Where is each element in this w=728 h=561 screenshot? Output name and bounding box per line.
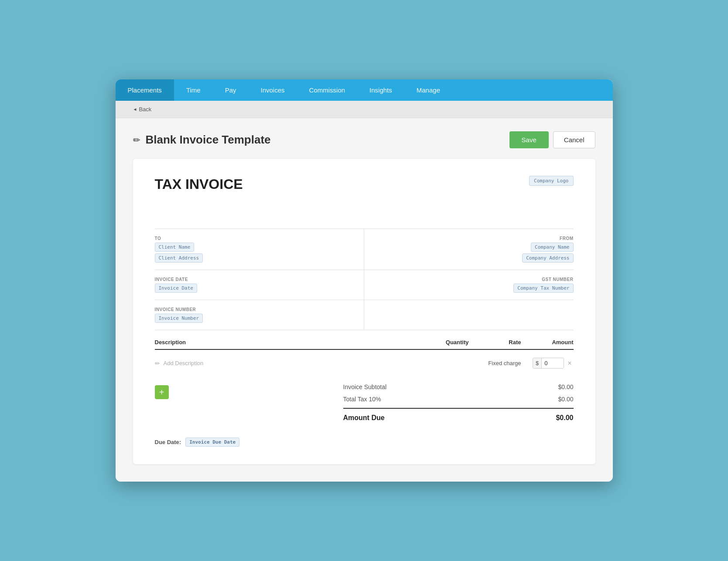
pencil-icon: ✏ bbox=[155, 360, 160, 367]
invoice-number-column: INVOICE NUMBER Invoice Number bbox=[155, 300, 364, 330]
due-date-label: Due Date: bbox=[155, 439, 181, 445]
invoice-date-label: INVOICE DATE bbox=[155, 277, 364, 282]
dollar-sign: $ bbox=[533, 358, 542, 368]
due-date-row: Due Date: Invoice Due Date bbox=[155, 438, 574, 447]
amount-input[interactable] bbox=[542, 358, 564, 368]
line-items-header: Description Quantity Rate Amount bbox=[155, 339, 574, 350]
invoice-card: TAX INVOICE Company Logo TO Client Name … bbox=[133, 159, 595, 464]
amount-due-value: $0.00 bbox=[556, 414, 573, 422]
page-content: ✏ Blank Invoice Template Save Cancel TAX… bbox=[116, 118, 613, 482]
col-rate-header: Rate bbox=[469, 339, 521, 345]
add-description-text[interactable]: Add Description bbox=[164, 360, 204, 366]
app-window: Placements Time Pay Invoices Commission … bbox=[116, 79, 613, 482]
nav-item-commission[interactable]: Commission bbox=[297, 79, 358, 101]
line-items-table: Description Quantity Rate Amount ✏ Add D… bbox=[155, 339, 574, 372]
totals-section: Invoice Subtotal $0.00 Total Tax 10% $0.… bbox=[343, 381, 574, 424]
col-amount-header: Amount bbox=[521, 339, 574, 345]
amount-cell: $ × bbox=[521, 358, 574, 369]
page-title: Blank Invoice Template bbox=[146, 133, 271, 147]
amount-due-label: Amount Due bbox=[343, 414, 385, 422]
save-button[interactable]: Save bbox=[509, 131, 549, 148]
to-column: TO Client Name Client Address bbox=[155, 229, 364, 270]
company-address-badge: Company Address bbox=[522, 253, 573, 263]
invoice-date-badge: Invoice Date bbox=[155, 284, 197, 293]
client-address-badge: Client Address bbox=[155, 253, 203, 263]
invoice-number-section: INVOICE NUMBER Invoice Number bbox=[155, 300, 574, 330]
description-cell: ✏ Add Description bbox=[155, 360, 399, 367]
back-bar: Back bbox=[116, 101, 613, 118]
page-title-row: ✏ Blank Invoice Template bbox=[133, 133, 271, 147]
tax-label: Total Tax 10% bbox=[343, 396, 381, 403]
rate-cell: Fixed charge bbox=[469, 360, 521, 366]
cancel-button[interactable]: Cancel bbox=[553, 131, 595, 148]
nav-item-manage[interactable]: Manage bbox=[404, 79, 452, 101]
amount-input-wrap: $ bbox=[533, 358, 564, 369]
from-label: FROM bbox=[373, 236, 574, 241]
to-from-section: TO Client Name Client Address FROM Compa… bbox=[155, 229, 574, 270]
invoice-number-badge: Invoice Number bbox=[155, 314, 203, 323]
remove-line-item-button[interactable]: × bbox=[566, 359, 573, 367]
navigation: Placements Time Pay Invoices Commission … bbox=[116, 79, 613, 101]
invoice-number-right bbox=[364, 300, 574, 330]
invoice-due-date-badge: Invoice Due Date bbox=[185, 438, 239, 447]
gst-label: GST NUMBER bbox=[373, 277, 574, 282]
line-item-row: ✏ Add Description Fixed charge $ × bbox=[155, 354, 574, 372]
subtotal-label: Invoice Subtotal bbox=[343, 383, 387, 390]
back-link[interactable]: Back bbox=[133, 106, 595, 113]
lower-section: + Invoice Subtotal $0.00 Total Tax 10% $… bbox=[155, 381, 574, 424]
tax-value: $0.00 bbox=[558, 396, 573, 403]
nav-item-placements[interactable]: Placements bbox=[116, 79, 174, 101]
invoice-number-label: INVOICE NUMBER bbox=[155, 307, 364, 312]
nav-item-invoices[interactable]: Invoices bbox=[249, 79, 297, 101]
invoice-header: TAX INVOICE Company Logo bbox=[155, 176, 574, 211]
charge-type: Fixed charge bbox=[488, 360, 521, 366]
company-name-badge: Company Name bbox=[531, 243, 573, 252]
tax-row: Total Tax 10% $0.00 bbox=[343, 393, 574, 405]
invoice-title: TAX INVOICE bbox=[155, 176, 243, 192]
subtotal-row: Invoice Subtotal $0.00 bbox=[343, 381, 574, 393]
add-button-area: + bbox=[155, 381, 169, 399]
company-logo-area: Company Logo bbox=[529, 176, 573, 184]
add-line-item-button[interactable]: + bbox=[155, 385, 169, 399]
gst-column: GST NUMBER Company Tax Number bbox=[364, 270, 574, 300]
date-gst-section: INVOICE DATE Invoice Date GST NUMBER Com… bbox=[155, 270, 574, 300]
from-column: FROM Company Name Company Address bbox=[364, 229, 574, 270]
amount-due-row: Amount Due $0.00 bbox=[343, 408, 574, 424]
company-tax-badge: Company Tax Number bbox=[513, 284, 573, 293]
nav-item-time[interactable]: Time bbox=[174, 79, 213, 101]
edit-icon: ✏ bbox=[133, 135, 140, 145]
client-name-badge: Client Name bbox=[155, 243, 195, 252]
invoice-date-column: INVOICE DATE Invoice Date bbox=[155, 270, 364, 300]
col-quantity-header: Quantity bbox=[399, 339, 469, 345]
to-label: TO bbox=[155, 236, 364, 241]
company-logo-badge: Company Logo bbox=[529, 176, 573, 186]
col-description-header: Description bbox=[155, 339, 399, 345]
page-header: ✏ Blank Invoice Template Save Cancel bbox=[133, 131, 595, 148]
nav-item-insights[interactable]: Insights bbox=[357, 79, 404, 101]
subtotal-value: $0.00 bbox=[558, 383, 573, 390]
nav-item-pay[interactable]: Pay bbox=[213, 79, 249, 101]
header-buttons: Save Cancel bbox=[509, 131, 595, 148]
